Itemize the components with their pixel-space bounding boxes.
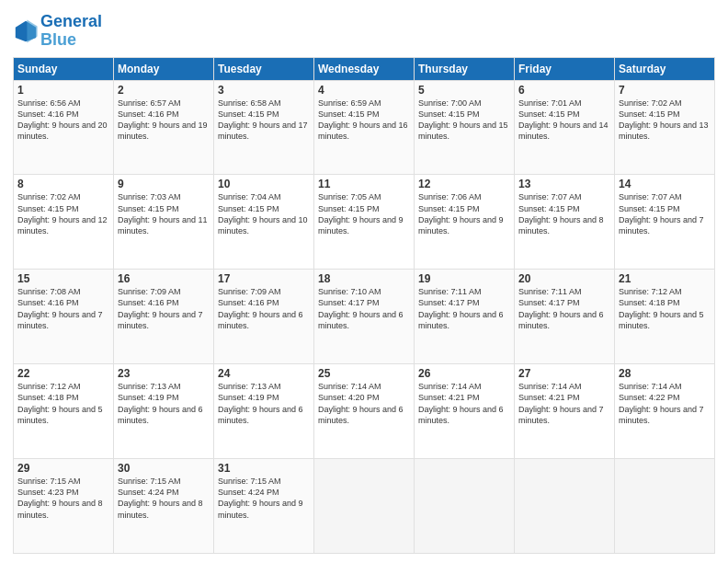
week-row-5: 29 Sunrise: 7:15 AM Sunset: 4:23 PM Dayl… (14, 459, 715, 554)
header-cell-monday: Monday (114, 57, 214, 80)
day-cell: 15 Sunrise: 7:08 AM Sunset: 4:16 PM Dayl… (14, 270, 114, 364)
day-number: 24 (218, 367, 310, 380)
day-cell: 29 Sunrise: 7:15 AM Sunset: 4:23 PM Dayl… (14, 459, 114, 554)
day-info: Sunrise: 7:10 AM Sunset: 4:17 PM Dayligh… (318, 286, 410, 331)
day-cell: 10 Sunrise: 7:04 AM Sunset: 4:15 PM Dayl… (214, 175, 314, 270)
day-cell: 20 Sunrise: 7:11 AM Sunset: 4:17 PM Dayl… (515, 270, 615, 364)
logo-icon (13, 18, 39, 44)
day-info: Sunrise: 7:14 AM Sunset: 4:21 PM Dayligh… (418, 381, 510, 426)
day-cell: 3 Sunrise: 6:58 AM Sunset: 4:15 PM Dayli… (214, 80, 314, 175)
day-number: 16 (118, 272, 210, 285)
day-cell: 13 Sunrise: 7:07 AM Sunset: 4:15 PM Dayl… (515, 175, 615, 270)
header-cell-saturday: Saturday (615, 57, 715, 80)
svg-marker-1 (27, 19, 37, 42)
day-info: Sunrise: 7:13 AM Sunset: 4:19 PM Dayligh… (118, 381, 210, 426)
day-info: Sunrise: 7:07 AM Sunset: 4:15 PM Dayligh… (518, 191, 610, 236)
week-row-1: 1 Sunrise: 6:56 AM Sunset: 4:16 PM Dayli… (14, 80, 715, 175)
day-number: 14 (619, 178, 711, 190)
day-cell: 17 Sunrise: 7:09 AM Sunset: 4:16 PM Dayl… (214, 270, 314, 364)
day-number: 26 (418, 367, 510, 380)
day-number: 9 (118, 178, 210, 190)
day-info: Sunrise: 7:06 AM Sunset: 4:15 PM Dayligh… (418, 191, 510, 236)
header-cell-thursday: Thursday (415, 57, 515, 80)
day-number: 2 (118, 84, 210, 97)
day-number: 20 (518, 272, 610, 285)
day-info: Sunrise: 7:15 AM Sunset: 4:24 PM Dayligh… (218, 476, 310, 521)
day-info: Sunrise: 7:02 AM Sunset: 4:15 PM Dayligh… (17, 191, 109, 236)
day-cell: 2 Sunrise: 6:57 AM Sunset: 4:16 PM Dayli… (114, 80, 214, 175)
day-number: 17 (218, 272, 310, 285)
day-number: 10 (218, 178, 310, 190)
logo-text: General Blue (40, 13, 102, 50)
day-info: Sunrise: 7:04 AM Sunset: 4:15 PM Dayligh… (218, 191, 310, 236)
day-number: 25 (318, 367, 410, 380)
day-cell: 7 Sunrise: 7:02 AM Sunset: 4:15 PM Dayli… (615, 80, 715, 175)
week-row-3: 15 Sunrise: 7:08 AM Sunset: 4:16 PM Dayl… (14, 270, 715, 364)
day-cell: 21 Sunrise: 7:12 AM Sunset: 4:18 PM Dayl… (615, 270, 715, 364)
day-info: Sunrise: 7:13 AM Sunset: 4:19 PM Dayligh… (218, 381, 310, 426)
day-info: Sunrise: 7:11 AM Sunset: 4:17 PM Dayligh… (518, 286, 610, 331)
day-cell (415, 459, 515, 554)
day-info: Sunrise: 7:14 AM Sunset: 4:21 PM Dayligh… (518, 381, 610, 426)
day-cell: 24 Sunrise: 7:13 AM Sunset: 4:19 PM Dayl… (214, 364, 314, 459)
day-info: Sunrise: 7:05 AM Sunset: 4:15 PM Dayligh… (318, 191, 410, 236)
day-number: 15 (17, 272, 109, 285)
day-info: Sunrise: 7:15 AM Sunset: 4:23 PM Dayligh… (17, 476, 109, 521)
day-cell: 16 Sunrise: 7:09 AM Sunset: 4:16 PM Dayl… (114, 270, 214, 364)
day-info: Sunrise: 7:00 AM Sunset: 4:15 PM Dayligh… (418, 98, 510, 143)
day-cell: 11 Sunrise: 7:05 AM Sunset: 4:15 PM Dayl… (314, 175, 415, 270)
day-cell: 28 Sunrise: 7:14 AM Sunset: 4:22 PM Dayl… (615, 364, 715, 459)
day-cell: 9 Sunrise: 7:03 AM Sunset: 4:15 PM Dayli… (114, 175, 214, 270)
day-cell: 30 Sunrise: 7:15 AM Sunset: 4:24 PM Dayl… (114, 459, 214, 554)
day-cell: 22 Sunrise: 7:12 AM Sunset: 4:18 PM Dayl… (14, 364, 114, 459)
day-number: 7 (619, 84, 711, 97)
day-cell: 26 Sunrise: 7:14 AM Sunset: 4:21 PM Dayl… (415, 364, 515, 459)
header-cell-wednesday: Wednesday (314, 57, 415, 80)
day-number: 21 (619, 272, 711, 285)
day-cell: 8 Sunrise: 7:02 AM Sunset: 4:15 PM Dayli… (14, 175, 114, 270)
day-number: 6 (518, 84, 610, 97)
day-info: Sunrise: 6:59 AM Sunset: 4:15 PM Dayligh… (318, 98, 410, 143)
header-cell-friday: Friday (515, 57, 615, 80)
day-number: 5 (418, 84, 510, 97)
day-info: Sunrise: 6:56 AM Sunset: 4:16 PM Dayligh… (17, 98, 109, 143)
day-number: 12 (418, 178, 510, 190)
page: General Blue SundayMondayTuesdayWednesda… (0, 0, 728, 563)
day-cell (515, 459, 615, 554)
day-number: 23 (118, 367, 210, 380)
logo: General Blue (13, 13, 102, 50)
day-cell: 25 Sunrise: 7:14 AM Sunset: 4:20 PM Dayl… (314, 364, 415, 459)
day-number: 30 (118, 462, 210, 475)
day-number: 29 (17, 462, 109, 475)
day-cell: 19 Sunrise: 7:11 AM Sunset: 4:17 PM Dayl… (415, 270, 515, 364)
day-cell (615, 459, 715, 554)
day-number: 27 (518, 367, 610, 380)
day-cell: 14 Sunrise: 7:07 AM Sunset: 4:15 PM Dayl… (615, 175, 715, 270)
day-info: Sunrise: 7:08 AM Sunset: 4:16 PM Dayligh… (17, 286, 109, 331)
day-number: 11 (318, 178, 410, 190)
day-cell: 18 Sunrise: 7:10 AM Sunset: 4:17 PM Dayl… (314, 270, 415, 364)
day-number: 1 (17, 84, 109, 97)
day-info: Sunrise: 7:09 AM Sunset: 4:16 PM Dayligh… (118, 286, 210, 331)
day-info: Sunrise: 7:14 AM Sunset: 4:22 PM Dayligh… (619, 381, 711, 426)
day-number: 31 (218, 462, 310, 475)
day-info: Sunrise: 7:02 AM Sunset: 4:15 PM Dayligh… (619, 98, 711, 143)
day-cell: 6 Sunrise: 7:01 AM Sunset: 4:15 PM Dayli… (515, 80, 615, 175)
day-number: 18 (318, 272, 410, 285)
day-info: Sunrise: 7:07 AM Sunset: 4:15 PM Dayligh… (619, 191, 711, 236)
day-number: 19 (418, 272, 510, 285)
day-info: Sunrise: 7:15 AM Sunset: 4:24 PM Dayligh… (118, 476, 210, 521)
day-info: Sunrise: 7:11 AM Sunset: 4:17 PM Dayligh… (418, 286, 510, 331)
day-cell: 23 Sunrise: 7:13 AM Sunset: 4:19 PM Dayl… (114, 364, 214, 459)
day-cell (314, 459, 415, 554)
calendar-table: SundayMondayTuesdayWednesdayThursdayFrid… (13, 57, 715, 554)
header-cell-tuesday: Tuesday (214, 57, 314, 80)
day-number: 4 (318, 84, 410, 97)
day-number: 28 (619, 367, 711, 380)
day-info: Sunrise: 7:14 AM Sunset: 4:20 PM Dayligh… (318, 381, 410, 426)
header: General Blue (13, 9, 715, 50)
day-cell: 12 Sunrise: 7:06 AM Sunset: 4:15 PM Dayl… (415, 175, 515, 270)
day-number: 13 (518, 178, 610, 190)
day-info: Sunrise: 7:01 AM Sunset: 4:15 PM Dayligh… (518, 98, 610, 143)
day-cell: 31 Sunrise: 7:15 AM Sunset: 4:24 PM Dayl… (214, 459, 314, 554)
